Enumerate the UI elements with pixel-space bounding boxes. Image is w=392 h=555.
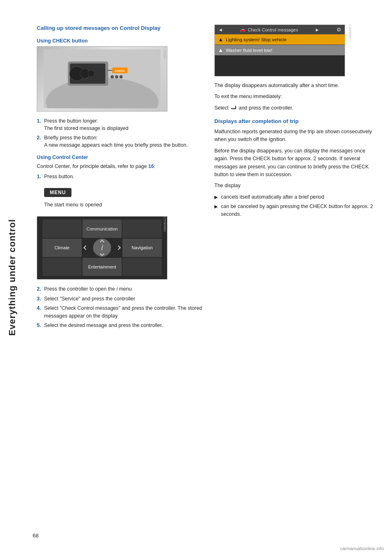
menu-cell-navigation: Navigation — [122, 239, 162, 257]
arrow-right-icon — [116, 246, 120, 250]
display-text-1: The display disappears automatically aft… — [214, 82, 380, 90]
check-messages-title: Check Control messages — [248, 27, 298, 32]
check-button-step-2: 2. Briefly press the button:A new messag… — [37, 134, 202, 149]
control-center-step-1: 1. Press button. — [37, 173, 202, 181]
bullet-arrow-icon-1: ▶ — [214, 194, 221, 201]
page-number: 68 — [33, 533, 38, 539]
svg-text:CHECK: CHECK — [115, 69, 125, 72]
step-5: 5. Select the desired message and press … — [37, 322, 202, 329]
check-button-steps: 1. Press the button longer:The first sto… — [37, 117, 202, 149]
sidebar-title-container: Everything under control — [0, 0, 24, 555]
check-messages-empty-area — [215, 56, 345, 76]
section-heading: Calling up stored messages on Control Di… — [37, 25, 202, 32]
bullet-arrow-icon-2: ▶ — [214, 203, 221, 210]
dashboard-scene: CHECK — [44, 50, 160, 108]
menu-cell-communication: Communication — [82, 219, 122, 238]
check-messages-title-row: 🚗 Check Control messages — [240, 27, 298, 32]
check-message-text-1: Lighting system! Stop vehicle — [226, 37, 287, 42]
check-message-row-2: ▲ Washer fluid level low! — [215, 45, 345, 56]
dashboard-img-inner: CHECK — [37, 47, 167, 111]
check-messages-back-icon: ◄ — [218, 27, 223, 33]
check-button-step-1: 1. Press the button longer:The first sto… — [37, 117, 202, 132]
warning-icon-2: ▲ — [218, 47, 223, 53]
bullet-item-2: ▶ can be canceled by again pressing the … — [214, 203, 380, 218]
check-messages-settings-icon: ⚙ — [336, 27, 341, 33]
display-text-2: To exit the menu immediately: — [214, 93, 380, 101]
check-message-row-1: ▲ Lighting system! Stop vehicle — [215, 34, 345, 45]
menu-cell-empty-br — [122, 258, 162, 276]
menu-cell-climate: Climate — [42, 239, 82, 257]
check-display-side-label: C102350m — [349, 25, 352, 81]
check-messages-forward-icon: ► — [315, 27, 320, 33]
sidebar-title-text: Everything under control — [7, 219, 18, 336]
dashboard-image-wrap: CHECK C10600m — [37, 46, 167, 117]
svg-point-9 — [111, 76, 114, 79]
left-column: Calling up stored messages on Control Di… — [37, 25, 202, 333]
menu-image-side-label: CT230450V — [163, 217, 166, 279]
dashboard-image: CHECK C10600m — [37, 46, 167, 112]
check-messages-car-icon: 🚗 — [240, 27, 245, 32]
sub-heading-check-button: Using CHECK button — [37, 38, 202, 44]
page-link[interactable]: 16 — [148, 163, 154, 169]
display-text-3: Select and press the controller. — [214, 104, 380, 112]
the-display-label: The display — [214, 182, 380, 190]
dashboard-image-side-label: C10600m — [163, 47, 166, 111]
display-bullet-list: ▶ cancels itself automatically after a b… — [214, 193, 380, 218]
right-column: ◄ 🚗 Check Control messages ► ⚙ ▲ Lightin… — [214, 25, 380, 333]
control-center-steps-2: 2. Press the controller to open the i me… — [37, 285, 202, 329]
menu-grid: Communication Climate i Navigation — [42, 219, 162, 276]
step-4: 4. Select "Check Control messages" and p… — [37, 304, 202, 319]
menu-button-label: MENU — [44, 188, 71, 197]
displays-after-trip-para2: Before the display disappears, you can d… — [214, 147, 380, 179]
bullet-text-2: can be canceled by again pressing the CH… — [221, 203, 380, 218]
check-messages-display: ◄ 🚗 Check Control messages ► ⚙ ▲ Lightin… — [214, 25, 345, 76]
warning-icon-1: ▲ — [218, 36, 223, 43]
step-2: 2. Press the controller to open the i me… — [37, 285, 202, 293]
displays-after-trip-para1: Malfunction reports generated during the… — [214, 128, 380, 144]
menu-button-display: MENU — [44, 185, 202, 199]
check-messages-display-wrap: ◄ 🚗 Check Control messages ► ⚙ ▲ Lightin… — [214, 25, 345, 81]
start-menu-text: The start menu is opened — [44, 201, 202, 209]
menu-cell-empty-tl — [42, 219, 82, 238]
svg-point-11 — [119, 76, 122, 79]
control-center-steps: 1. Press button. — [37, 173, 202, 181]
bullet-item-1: ▶ cancels itself automatically after a b… — [214, 193, 380, 201]
main-content: Calling up stored messages on Control Di… — [24, 0, 392, 358]
displays-after-trip-heading: Displays after completion of trip — [214, 118, 380, 125]
check-messages-header: ◄ 🚗 Check Control messages ► ⚙ — [215, 25, 345, 34]
info-icon: i — [101, 244, 103, 252]
svg-point-10 — [115, 76, 118, 79]
svg-point-6 — [88, 71, 94, 77]
sub-heading-control-center: Using Control Center — [37, 154, 202, 160]
menu-cell-empty-tr — [122, 219, 162, 238]
control-center-intro: Control Center, for principle details, r… — [37, 163, 202, 170]
back-arrow-icon — [231, 106, 236, 109]
step-3: 3. Select "Service" and press the contro… — [37, 295, 202, 303]
check-message-text-2: Washer fluid level low! — [226, 48, 272, 53]
menu-cell-entertainment: Entertainment — [82, 258, 122, 276]
to-exit-text: To exit the menu immediately: — [214, 94, 282, 99]
watermark: carmanualsonline.info — [340, 546, 384, 551]
arrow-left-icon — [83, 246, 88, 250]
dashboard-svg: CHECK — [44, 49, 160, 108]
menu-grid-wrap: Communication Climate i Navigation — [37, 212, 167, 285]
menu-cell-empty-bl — [42, 258, 82, 276]
menu-cell-center: i — [82, 239, 122, 257]
bullet-text-1: cancels itself automatically after a bri… — [221, 193, 324, 201]
menu-image: Communication Climate i Navigation — [37, 216, 167, 280]
